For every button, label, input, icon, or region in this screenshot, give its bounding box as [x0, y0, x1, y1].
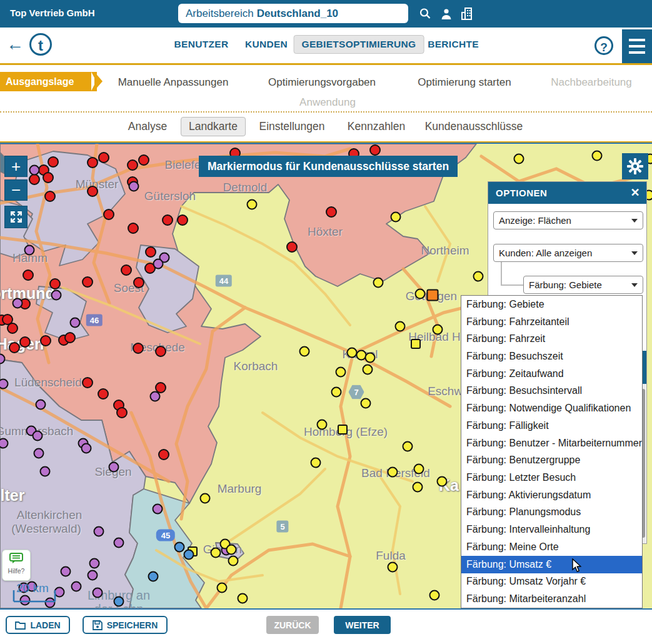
customer-marker[interactable]	[413, 483, 423, 492]
customer-marker[interactable]	[154, 259, 163, 269]
load-button[interactable]: LADEN	[6, 616, 70, 634]
dropdown-option[interactable]: Färbung: Aktivierungsdatum	[461, 486, 642, 504]
customer-marker[interactable]	[30, 166, 39, 175]
next-button[interactable]: WEITER	[334, 616, 391, 634]
customer-marker[interactable]	[41, 467, 50, 476]
dropdown-option[interactable]: Färbung: Mitarbeiteranzahl	[461, 590, 642, 608]
customer-marker[interactable]	[388, 468, 398, 477]
customer-marker[interactable]	[104, 209, 114, 219]
help-widget[interactable]: Hilfe?	[2, 550, 31, 581]
dropdown-option[interactable]: Färbung: Benutzergruppe	[461, 451, 642, 469]
zoom-out-button[interactable]: −	[4, 179, 28, 201]
workspace-input[interactable]: Arbeitsbereich Deutschland_10	[178, 4, 408, 23]
nav-item-benutzer[interactable]: BENUTZER	[174, 39, 229, 50]
dropdown-option[interactable]: Färbung: Intervalleinhaltung	[461, 521, 642, 538]
customer-marker[interactable]	[156, 383, 166, 393]
customer-marker[interactable]	[83, 277, 93, 287]
customer-marker[interactable]	[357, 351, 366, 360]
dropdown-option[interactable]: Färbung: Fahrzeit	[461, 330, 642, 348]
customer-marker[interactable]	[133, 343, 143, 353]
tab-kundenausschl-sse[interactable]: Kundenausschlüsse	[425, 120, 523, 133]
customer-marker[interactable]	[428, 290, 438, 301]
customer-marker[interactable]	[61, 567, 71, 576]
zoom-in-button[interactable]: +	[4, 156, 28, 177]
customer-marker[interactable]	[153, 505, 163, 514]
dropdown-option[interactable]: Färbung: Umsatz €	[461, 556, 642, 573]
display-select[interactable]: Anzeige: Flächen	[493, 211, 643, 229]
back-arrow-icon[interactable]: ←	[6, 36, 24, 53]
help-icon[interactable]: ?	[594, 36, 613, 55]
customer-marker[interactable]	[72, 582, 81, 591]
customer-marker[interactable]	[474, 272, 483, 281]
search-icon[interactable]	[416, 5, 434, 23]
customer-marker[interactable]	[0, 439, 8, 448]
customer-marker[interactable]	[396, 322, 405, 331]
customer-marker[interactable]	[129, 182, 139, 191]
dropdown-option[interactable]: Färbung: Benutzer - Mitarbeiternummer	[461, 435, 642, 452]
customer-marker[interactable]	[43, 173, 53, 183]
customer-marker[interactable]	[20, 337, 30, 347]
customer-marker[interactable]	[178, 215, 188, 225]
customer-marker[interactable]	[29, 174, 39, 184]
coloring-select[interactable]: Färbung: Gebiete	[523, 276, 643, 294]
customer-marker[interactable]	[83, 378, 93, 388]
customer-marker[interactable]	[391, 213, 401, 222]
customer-marker[interactable]	[374, 278, 383, 288]
customer-marker[interactable]	[159, 450, 169, 460]
customer-marker[interactable]	[128, 160, 138, 170]
customer-marker[interactable]	[82, 444, 91, 453]
customer-marker[interactable]	[90, 559, 99, 568]
customer-marker[interactable]	[411, 340, 420, 348]
customer-marker[interactable]	[403, 442, 413, 451]
customer-marker[interactable]	[139, 155, 149, 165]
dropdown-option[interactable]: Färbung: Besuchsintervall	[461, 383, 642, 400]
customer-marker[interactable]	[414, 465, 424, 474]
customer-marker[interactable]	[151, 392, 160, 401]
back-button[interactable]: ZURÜCK	[266, 616, 319, 634]
customer-marker[interactable]	[99, 153, 109, 163]
customer-marker[interactable]	[0, 355, 5, 364]
customer-marker[interactable]	[114, 538, 124, 548]
customer-marker[interactable]	[50, 279, 60, 289]
customer-marker[interactable]	[326, 207, 336, 217]
customer-marker[interactable]	[156, 346, 166, 356]
customer-marker[interactable]	[109, 463, 119, 472]
customer-marker[interactable]	[71, 318, 80, 328]
logo-t-icon[interactable]: t	[29, 33, 52, 56]
customer-marker[interactable]	[433, 325, 443, 335]
dropdown-option[interactable]: Färbung: Notwendige Qualifikationen	[461, 400, 642, 417]
customer-marker[interactable]	[9, 343, 19, 353]
customer-marker[interactable]	[36, 400, 46, 410]
step-optimierungsvorgaben[interactable]: Optimierungsvorgaben	[268, 76, 376, 89]
customer-marker[interactable]	[163, 215, 173, 225]
customer-marker[interactable]	[88, 571, 98, 580]
nav-item-kunden[interactable]: KUNDEN	[245, 39, 288, 50]
menu-icon[interactable]	[622, 29, 652, 63]
customer-marker[interactable]	[348, 348, 357, 358]
nav-item-gebietsoptimierung[interactable]: GEBIETSOPTIMIERUNG	[294, 35, 424, 54]
step-manuelle-anpassungen[interactable]: Manuelle Anpassungen	[118, 76, 229, 89]
customer-marker[interactable]	[363, 365, 373, 375]
save-button[interactable]: SPEICHERN	[83, 616, 168, 634]
dropdown-option[interactable]: Färbung: Besuchszeit	[461, 348, 642, 365]
customer-marker[interactable]	[33, 431, 43, 441]
customer-marker[interactable]	[146, 247, 156, 257]
customer-marker[interactable]	[128, 223, 138, 233]
customer-marker[interactable]	[48, 157, 58, 167]
tab-landkarte[interactable]: Landkarte	[181, 117, 246, 136]
customer-marker[interactable]	[370, 145, 380, 155]
dropdown-option[interactable]: Färbung: Meine Orte	[461, 538, 642, 556]
step-optimierung-starten[interactable]: Optimierung starten	[418, 76, 511, 89]
customer-marker[interactable]	[248, 200, 257, 209]
dropdown-option[interactable]: Färbung: Umsatz Vorjahr €	[461, 573, 642, 591]
customer-marker[interactable]	[514, 154, 524, 164]
customer-marker[interactable]	[134, 278, 144, 288]
dropdown-option[interactable]: Färbung: Fahrzeitanteil	[461, 313, 642, 331]
customer-marker[interactable]	[94, 527, 104, 536]
step-nachbearbeitung[interactable]: Nachbearbeitung	[551, 76, 631, 89]
customer-marker[interactable]	[88, 186, 98, 196]
customer-marker[interactable]	[41, 336, 51, 346]
customer-marker[interactable]	[93, 588, 103, 598]
dropdown-option[interactable]: Färbung: Letzter Besuch	[461, 469, 642, 486]
customer-marker[interactable]	[336, 368, 346, 377]
